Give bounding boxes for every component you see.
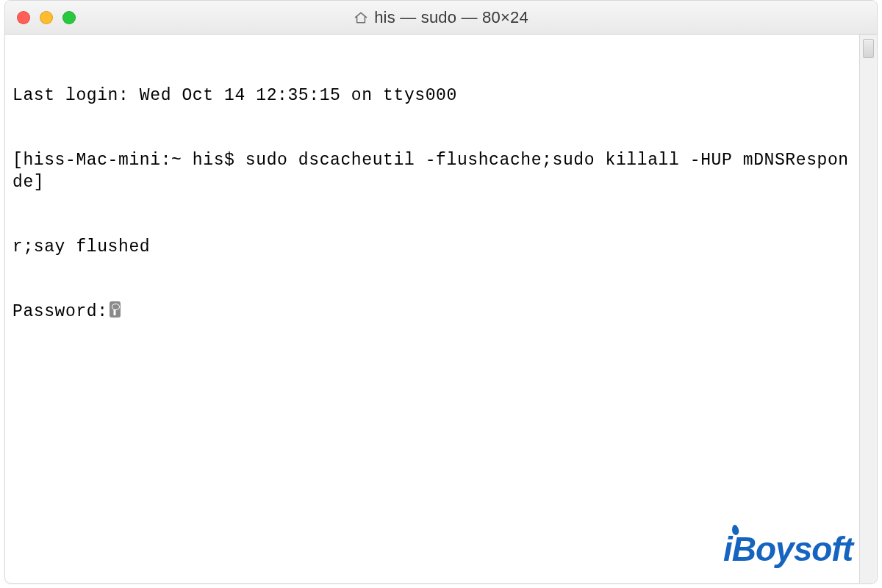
watermark-logo: iBoysoft: [723, 529, 853, 569]
vertical-scrollbar[interactable]: [859, 35, 877, 583]
close-icon[interactable]: [17, 11, 30, 24]
terminal-output[interactable]: Last login: Wed Oct 14 12:35:15 on ttys0…: [5, 35, 859, 583]
terminal-window: his — sudo — 80×24 Last login: Wed Oct 1…: [4, 0, 878, 584]
password-label: Password:: [12, 302, 108, 321]
home-icon: [354, 10, 368, 25]
window-title: his — sudo — 80×24: [374, 8, 528, 27]
prompt-command-line: [hiss-Mac-mini:~ his$ sudo dscacheutil -…: [12, 150, 853, 193]
window-controls: [17, 11, 76, 24]
minimize-icon[interactable]: [40, 11, 53, 24]
title-center: his — sudo — 80×24: [5, 8, 877, 27]
key-icon: [110, 301, 121, 318]
maximize-icon[interactable]: [62, 11, 76, 24]
window-body: Last login: Wed Oct 14 12:35:15 on ttys0…: [5, 35, 877, 583]
watermark-text: iBoysoft: [723, 530, 853, 568]
titlebar[interactable]: his — sudo — 80×24: [5, 1, 877, 35]
password-prompt-line: Password:: [12, 301, 853, 323]
last-login-line: Last login: Wed Oct 14 12:35:15 on ttys0…: [12, 85, 853, 107]
scroll-thumb[interactable]: [863, 39, 874, 58]
command-wrap-line: r;say flushed: [12, 237, 853, 258]
